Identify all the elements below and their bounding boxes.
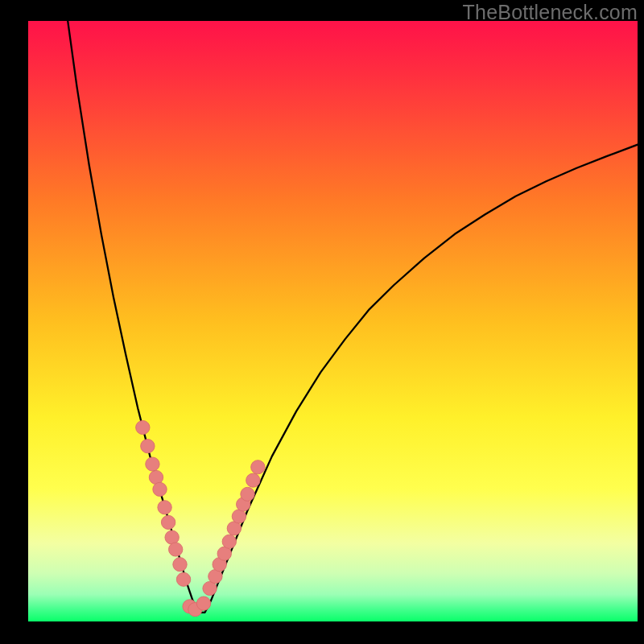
chart-frame: TheBottleneck.com [0,0,644,644]
gradient-background [28,21,638,621]
highlight-dot [153,482,167,496]
plot-area [28,21,638,621]
highlight-dot [146,457,159,471]
highlight-dot [196,597,210,610]
highlight-dot [246,473,260,487]
highlight-dot [165,530,179,544]
highlight-dot [158,501,171,514]
highlight-dot [173,558,187,572]
watermark-text: TheBottleneck.com [463,1,638,24]
highlight-dot [251,460,265,474]
plot-svg [28,21,638,621]
highlight-dot [241,487,254,501]
highlight-dot [222,535,236,548]
highlight-dot [168,543,182,556]
highlight-dot [141,440,155,453]
highlight-dot [161,515,175,529]
highlight-dot [176,572,190,586]
highlight-dot [149,470,163,484]
highlight-dot [136,420,150,434]
